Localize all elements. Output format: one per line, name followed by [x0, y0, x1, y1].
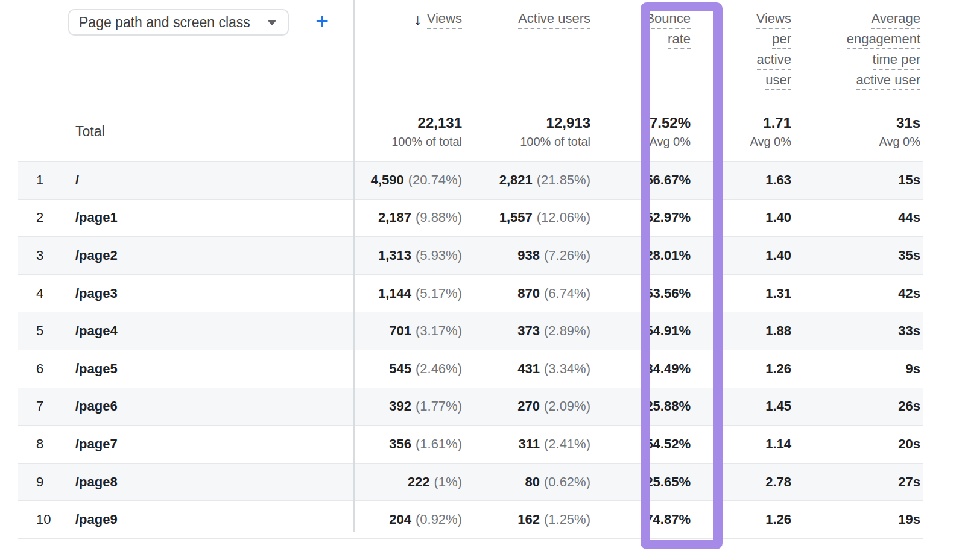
engagement-time-cell: 42s	[791, 286, 920, 301]
table-row: 8 /page7 356 (1.61%) 311 (2.41%) 54.52% …	[18, 425, 923, 463]
views-cell: 392 (1.77%)	[354, 398, 462, 414]
table-row: 10 /page9 204 (0.92%) 162 (1.25%) 74.87%…	[18, 500, 923, 539]
column-header-bounce-rate[interactable]: Bounce rate	[590, 0, 691, 102]
table-header-row: ↓ Views Active users Bounce rate Views p…	[18, 0, 923, 102]
views-cell: 222 (1%)	[354, 474, 462, 490]
views-per-active-user-cell: 1.40	[691, 248, 791, 263]
table-row: 6 /page5 545 (2.46%) 431 (3.34%) 34.49% …	[18, 350, 923, 388]
engagement-time-cell: 26s	[791, 398, 920, 414]
table-row: 7 /page6 392 (1.77%) 270 (2.09%) 25.88% …	[18, 388, 923, 426]
total-bounce-rate: 57.52% Avg 0%	[590, 116, 691, 148]
bounce-rate-cell: 54.91%	[590, 323, 691, 339]
engagement-time-cell: 44s	[791, 210, 920, 225]
total-avg-engagement-time: 31s Avg 0%	[791, 116, 920, 148]
page-path: /page5	[75, 361, 354, 377]
active-users-cell: 1,557 (12.06%)	[462, 210, 590, 225]
views-per-active-user-cell: 1.40	[691, 210, 791, 225]
page-path: /page3	[75, 286, 354, 301]
views-per-active-user-cell: 1.31	[691, 286, 791, 301]
active-users-cell: 938 (7.26%)	[462, 248, 590, 263]
views-per-active-user-cell: 1.88	[691, 323, 791, 339]
page-path: /page2	[75, 248, 354, 263]
engagement-time-cell: 20s	[791, 436, 920, 452]
column-header-views[interactable]: ↓ Views	[354, 0, 462, 102]
dimension-metrics-divider	[353, 0, 355, 532]
page-path: /page9	[75, 512, 354, 527]
column-header-avg-engagement-time[interactable]: Average engagement time per active user	[791, 0, 920, 102]
views-cell: 1,313 (5.93%)	[354, 248, 462, 263]
row-number: 8	[18, 436, 75, 452]
page-path: /page1	[75, 210, 354, 225]
views-cell: 356 (1.61%)	[354, 436, 462, 452]
total-views-per-active-user: 1.71 Avg 0%	[691, 116, 791, 148]
active-users-cell: 311 (2.41%)	[462, 436, 590, 452]
table-row: 9 /page8 222 (1%) 80 (0.62%) 25.65% 2.78…	[18, 463, 923, 501]
views-cell: 545 (2.46%)	[354, 361, 462, 377]
totals-row: Total 22,131 100% of total 12,913 100% o…	[18, 102, 923, 161]
bounce-rate-cell: 54.52%	[590, 436, 691, 452]
totals-label: Total	[75, 124, 354, 140]
table-row: 4 /page3 1,144 (5.17%) 870 (6.74%) 53.56…	[18, 274, 923, 312]
engagement-time-cell: 19s	[791, 512, 920, 527]
active-users-cell: 870 (6.74%)	[462, 286, 590, 301]
row-number: 5	[18, 323, 75, 339]
page-path: /page7	[75, 436, 354, 452]
engagement-time-cell: 33s	[791, 323, 920, 339]
active-users-cell: 2,821 (21.85%)	[462, 172, 590, 188]
engagement-time-cell: 15s	[791, 172, 920, 188]
page-path: /	[75, 172, 354, 188]
table-row: 5 /page4 701 (3.17%) 373 (2.89%) 54.91% …	[18, 312, 923, 350]
active-users-cell: 373 (2.89%)	[462, 323, 590, 339]
bounce-rate-cell: 28.01%	[590, 248, 691, 263]
views-per-active-user-cell: 1.26	[691, 361, 791, 377]
row-number: 2	[18, 210, 75, 225]
bounce-rate-cell: 56.67%	[590, 172, 691, 188]
page-path: /page6	[75, 398, 354, 414]
column-header-views-label: Views	[427, 12, 462, 29]
bounce-rate-cell: 53.56%	[590, 286, 691, 301]
total-views: 22,131 100% of total	[354, 116, 462, 148]
bounce-rate-cell: 52.97%	[590, 210, 691, 225]
page-path: /page8	[75, 474, 354, 490]
table-row: 3 /page2 1,313 (5.93%) 938 (7.26%) 28.01…	[18, 236, 923, 274]
row-number: 10	[18, 512, 75, 527]
views-per-active-user-cell: 1.63	[691, 172, 791, 188]
row-number: 9	[18, 474, 75, 490]
views-per-active-user-cell: 1.45	[691, 398, 791, 414]
active-users-cell: 431 (3.34%)	[462, 361, 590, 377]
views-cell: 2,187 (9.88%)	[354, 210, 462, 225]
page-path: /page4	[75, 323, 354, 339]
column-header-active-users[interactable]: Active users	[462, 0, 590, 102]
views-cell: 701 (3.17%)	[354, 323, 462, 339]
total-active-users: 12,913 100% of total	[462, 116, 590, 148]
row-number: 7	[18, 398, 75, 414]
engagement-time-cell: 35s	[791, 248, 920, 263]
bounce-rate-cell: 74.87%	[590, 512, 691, 527]
bounce-rate-cell: 34.49%	[590, 361, 691, 377]
active-users-cell: 270 (2.09%)	[462, 398, 590, 414]
engagement-time-cell: 27s	[791, 474, 920, 490]
table-body: 1 / 4,590 (20.74%) 2,821 (21.85%) 56.67%…	[18, 161, 923, 539]
row-number: 4	[18, 286, 75, 301]
report-table: ↓ Views Active users Bounce rate Views p…	[18, 0, 923, 539]
row-number: 1	[18, 172, 75, 188]
bounce-rate-cell: 25.65%	[590, 474, 691, 490]
row-number: 6	[18, 361, 75, 377]
engagement-time-cell: 9s	[791, 361, 920, 377]
views-cell: 4,590 (20.74%)	[354, 172, 462, 188]
active-users-cell: 80 (0.62%)	[462, 474, 590, 490]
views-cell: 1,144 (5.17%)	[354, 286, 462, 301]
views-per-active-user-cell: 2.78	[691, 474, 791, 490]
views-cell: 204 (0.92%)	[354, 512, 462, 527]
row-number: 3	[18, 248, 75, 263]
views-per-active-user-cell: 1.26	[691, 512, 791, 527]
table-row: 1 / 4,590 (20.74%) 2,821 (21.85%) 56.67%…	[18, 161, 923, 199]
views-per-active-user-cell: 1.14	[691, 436, 791, 452]
sort-descending-icon: ↓	[414, 12, 422, 27]
bounce-rate-cell: 25.88%	[590, 398, 691, 414]
column-header-views-per-active-user[interactable]: Views per active user	[691, 0, 791, 102]
active-users-cell: 162 (1.25%)	[462, 512, 590, 527]
table-row: 2 /page1 2,187 (9.88%) 1,557 (12.06%) 52…	[18, 199, 923, 237]
